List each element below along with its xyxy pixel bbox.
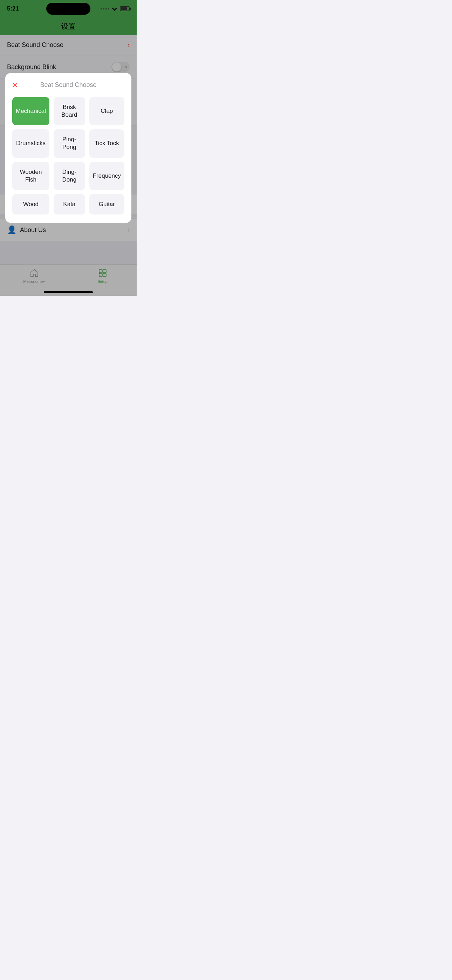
modal-close-button[interactable]: ✕ xyxy=(12,81,18,89)
sound-btn-wood[interactable]: Wood xyxy=(12,194,49,215)
sound-btn-frequency[interactable]: Frequency xyxy=(89,162,124,190)
sound-btn-clap[interactable]: Clap xyxy=(89,97,124,125)
sound-btn-mechanical[interactable]: Mechanical xyxy=(12,97,49,125)
sound-btn-ping-pong[interactable]: Ping-Pong xyxy=(54,129,85,158)
sound-btn-guitar[interactable]: Guitar xyxy=(89,194,124,215)
sound-btn-wooden-fish[interactable]: WoodenFish xyxy=(12,162,49,190)
sound-btn-kata[interactable]: Kata xyxy=(54,194,85,215)
beat-sound-modal: ✕ Beat Sound Choose Mechanical BriskBoar… xyxy=(5,73,131,223)
sound-btn-tick-tock[interactable]: Tick Tock xyxy=(89,129,124,158)
sound-btn-drumsticks[interactable]: Drumsticks xyxy=(12,129,49,158)
modal-overlay[interactable]: ✕ Beat Sound Choose Mechanical BriskBoar… xyxy=(0,0,137,296)
modal-header: ✕ Beat Sound Choose xyxy=(12,81,124,89)
sound-btn-brisk-board[interactable]: BriskBoard xyxy=(54,97,85,125)
sound-btn-ding-dong[interactable]: Ding-Dong xyxy=(54,162,85,190)
modal-title: Beat Sound Choose xyxy=(40,81,96,89)
sound-grid: Mechanical BriskBoard Clap Drumsticks Pi… xyxy=(12,97,124,215)
